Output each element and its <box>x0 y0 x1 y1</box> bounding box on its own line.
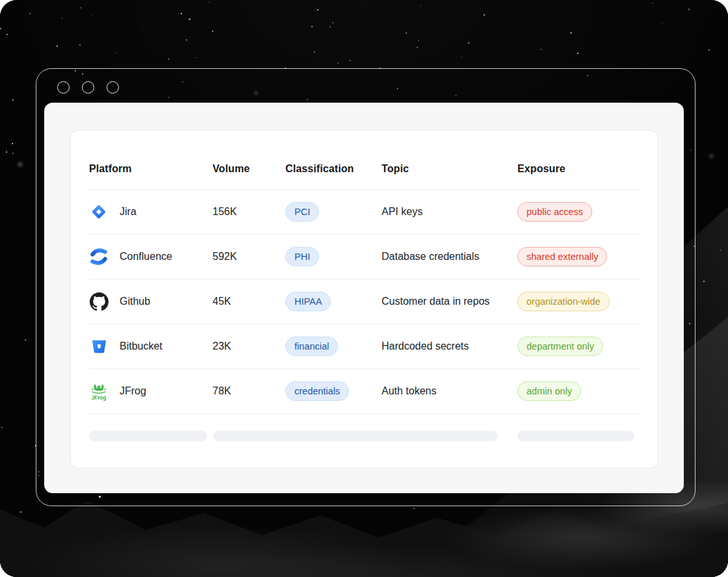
classification-badge: credentials <box>285 381 349 402</box>
platform-name: Confluence <box>120 251 172 263</box>
window-close-button[interactable] <box>57 81 70 94</box>
column-header-classification: Classification <box>285 163 382 175</box>
topic-cell: Hardcoded secrets <box>382 340 517 352</box>
table-row: Github 45K HIPAA Customer data in repos … <box>89 279 640 324</box>
skeleton-bar <box>517 431 634 441</box>
classification-cell: HIPAA <box>285 292 382 312</box>
topic-cell: Database credentials <box>382 251 517 263</box>
jira-icon <box>89 201 109 223</box>
volume-cell: 23K <box>213 340 285 352</box>
window-maximize-button[interactable] <box>107 81 119 94</box>
table-row: JFrog JFrog 78K credentials Auth tokens … <box>89 369 640 414</box>
platform-name: JFrog <box>120 385 146 397</box>
classification-cell: financial <box>285 337 382 357</box>
topic-cell: Customer data in repos <box>382 296 517 307</box>
classification-badge: PHI <box>285 247 319 267</box>
column-header-topic: Topic <box>382 163 517 175</box>
bitbucket-icon <box>89 335 109 357</box>
classification-cell: PCI <box>285 202 382 222</box>
table-row: Bitbucket 23K financial Hardcoded secret… <box>89 324 640 369</box>
exposure-badge: admin only <box>517 381 581 402</box>
table-row: Confluence 592K PHI Database credentials… <box>89 235 640 279</box>
jfrog-wordmark: JFrog <box>92 395 107 401</box>
exposure-badge: organization-wide <box>517 292 610 312</box>
topic-cell: Auth tokens <box>382 385 517 397</box>
table-row: Jira 156K PCI API keys public access <box>89 190 640 235</box>
platform-name: Github <box>120 296 150 307</box>
skeleton-bar <box>89 431 207 441</box>
platform-cell: JFrog JFrog <box>89 380 213 402</box>
platform-cell: Confluence <box>89 246 213 268</box>
data-table-card: Platform Volume Classification Topic Exp… <box>70 130 658 468</box>
skeleton-bar <box>213 431 498 441</box>
classification-badge: HIPAA <box>285 292 331 312</box>
volume-cell: 592K <box>213 251 285 263</box>
volume-cell: 45K <box>213 296 285 307</box>
exposure-cell: organization-wide <box>517 292 640 312</box>
column-header-exposure: Exposure <box>517 163 640 175</box>
confluence-icon <box>89 246 109 268</box>
exposure-cell: shared externally <box>517 247 640 267</box>
classification-badge: PCI <box>285 202 319 222</box>
browser-window: Platform Volume Classification Topic Exp… <box>36 68 696 506</box>
exposure-badge: department only <box>517 337 603 357</box>
column-header-volume: Volume <box>213 163 285 175</box>
volume-cell: 156K <box>213 206 285 218</box>
platform-cell: Bitbucket <box>89 335 213 357</box>
exposure-cell: admin only <box>517 381 640 402</box>
platform-cell: Github <box>89 290 213 313</box>
exposure-cell: public access <box>517 202 640 222</box>
platform-cell: Jira <box>89 201 213 223</box>
classification-cell: PHI <box>285 247 382 267</box>
table-header-row: Platform Volume Classification Topic Exp… <box>89 131 640 190</box>
scene: Platform Volume Classification Topic Exp… <box>0 0 728 577</box>
window-minimize-button[interactable] <box>82 81 94 94</box>
column-header-platform: Platform <box>89 163 213 175</box>
platform-name: Bitbucket <box>120 340 162 352</box>
exposure-badge: shared externally <box>517 247 607 267</box>
window-content-panel: Platform Volume Classification Topic Exp… <box>44 103 684 493</box>
exposure-badge: public access <box>517 202 592 222</box>
skeleton-loader-row <box>89 431 640 441</box>
github-icon <box>89 290 109 313</box>
platform-name: Jira <box>120 206 136 218</box>
classification-badge: financial <box>285 337 338 357</box>
window-controls <box>57 81 119 94</box>
jfrog-icon: JFrog <box>89 380 109 402</box>
exposure-cell: department only <box>517 337 640 357</box>
classification-cell: credentials <box>285 381 382 402</box>
volume-cell: 78K <box>213 385 285 397</box>
topic-cell: API keys <box>382 206 517 218</box>
